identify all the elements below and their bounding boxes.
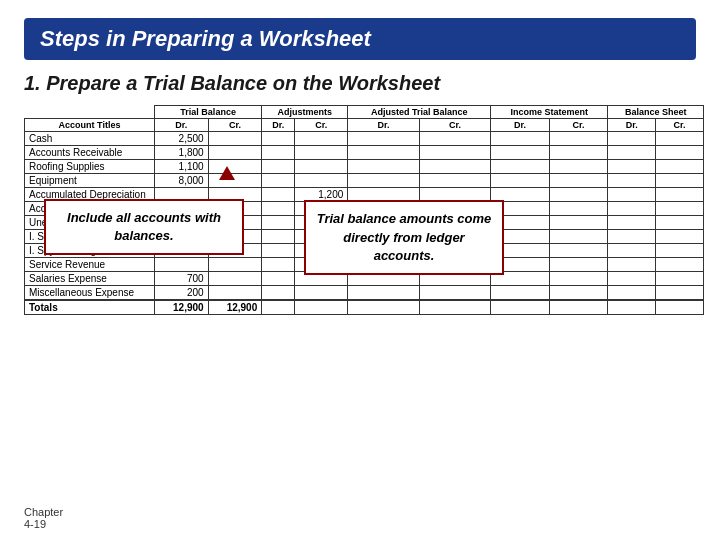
col-header-income-stmt: Income Statement <box>491 106 608 119</box>
subheader-adj-cr: Cr. <box>295 119 348 132</box>
table-row: Accounts Receivable1,800 <box>25 146 704 160</box>
table-row: Miscellaneous Expense200 <box>25 286 704 301</box>
col-header-adjustments: Adjustments <box>262 106 348 119</box>
table-row: Equipment8,000 <box>25 174 704 188</box>
subheader-adj-dr: Dr. <box>262 119 295 132</box>
chapter-label: Chapter 4-19 <box>24 506 63 530</box>
subheader-bs-dr: Dr. <box>608 119 656 132</box>
col-header-balance-sheet: Balance Sheet <box>608 106 704 119</box>
slide-subtitle: 1. Prepare a Trial Balance on the Worksh… <box>24 72 696 95</box>
worksheet-area: Trial Balance Adjustments Adjusted Trial… <box>24 105 696 315</box>
slide: Steps in Preparing a Worksheet 1. Prepar… <box>0 0 720 540</box>
subheader-atb-dr: Dr. <box>348 119 419 132</box>
subheader-is-dr: Dr. <box>491 119 550 132</box>
subheader-tb-cr: Cr. <box>208 119 262 132</box>
col-header-trial-balance: Trial Balance <box>155 106 262 119</box>
subheader-atb-cr: Cr. <box>419 119 490 132</box>
subheader-is-cr: Cr. <box>549 119 608 132</box>
arrow-up-icon <box>219 166 235 180</box>
callout-include: Include all accounts with balances. <box>44 199 244 255</box>
table-row: Totals12,90012,900 <box>25 300 704 315</box>
table-row: Roofing Supplies1,100 <box>25 160 704 174</box>
subheader-bs-cr: Cr. <box>656 119 704 132</box>
slide-title: Steps in Preparing a Worksheet <box>24 18 696 60</box>
table-row: Cash2,500 <box>25 132 704 146</box>
col-header-adjusted-trial: Adjusted Trial Balance <box>348 106 491 119</box>
subheader-tb-dr: Dr. <box>155 119 209 132</box>
callout-trial: Trial balance amounts come directly from… <box>304 200 504 275</box>
subheader-account: Account Titles <box>25 119 155 132</box>
col-header-empty <box>25 106 155 119</box>
